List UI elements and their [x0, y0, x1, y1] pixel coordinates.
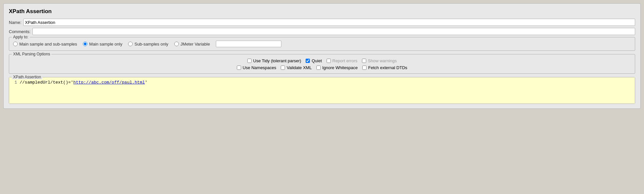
name-label: Name: [9, 20, 21, 25]
comments-input[interactable] [32, 28, 635, 35]
code-suffix: ' [145, 80, 147, 85]
checkbox-quiet-label: Quiet [312, 58, 322, 63]
xpath-assertion-legend: XPath Assertion [12, 75, 42, 79]
checkbox-show-warnings[interactable]: Show warnings [362, 58, 397, 63]
xml-parsing-fieldset: XML Parsing Options Use Tidy (tolerant p… [9, 54, 635, 74]
checkbox-tidy-label: Use Tidy (tolerant parser) [253, 58, 301, 63]
checkbox-tidy-input[interactable] [247, 59, 252, 63]
checkbox-ignore-whitespace[interactable]: Ignore Whitespace [316, 65, 358, 70]
name-row: Name: [9, 19, 635, 26]
checkbox-validate-xml[interactable]: Validate XML [281, 65, 312, 70]
checkbox-fetch-dtds-label: Fetch external DTDs [368, 65, 407, 70]
radio-main-only-input[interactable] [83, 42, 87, 46]
xml-options-row2: Use Namespaces Validate XML Ignore White… [237, 65, 407, 70]
code-editor-area: 1 //sampledUrl/text()='http://abc.com/of… [9, 77, 635, 104]
code-link[interactable]: http://abc.com/off/paul.html [73, 80, 145, 85]
apply-to-legend: Apply to: [12, 35, 30, 39]
code-line: //sampledUrl/text()='http://abc.com/off/… [20, 79, 635, 86]
xml-options-content: Use Tidy (tolerant parser) Quiet Report … [13, 57, 631, 70]
xml-parsing-legend: XML Parsing Options [12, 52, 51, 56]
checkbox-validate-xml-label: Validate XML [287, 65, 312, 70]
checkbox-quiet[interactable]: Quiet [306, 58, 322, 63]
radio-main-only-label: Main sample only [89, 42, 122, 47]
jmeter-var-text-input[interactable] [216, 41, 281, 47]
checkbox-show-warnings-label: Show warnings [368, 58, 397, 63]
line-number: 1 [9, 79, 20, 86]
radio-jmeter-var-label: JMeter Variable [180, 42, 210, 47]
apply-to-radio-group: Main sample and sub-samples Main sample … [13, 40, 631, 47]
radio-main-sub[interactable]: Main sample and sub-samples [13, 42, 77, 47]
xpath-assertion-fieldset: XPath Assertion 1 //sampledUrl/text()='h… [9, 77, 635, 104]
apply-to-fieldset: Apply to: Main sample and sub-samples Ma… [9, 37, 635, 51]
code-prefix: //sampledUrl/text()=' [20, 80, 73, 85]
name-input[interactable] [23, 19, 635, 26]
radio-sub-only[interactable]: Sub-samples only [128, 42, 168, 47]
checkbox-tidy[interactable]: Use Tidy (tolerant parser) [247, 58, 301, 63]
checkbox-fetch-dtds[interactable]: Fetch external DTDs [362, 65, 407, 70]
checkbox-namespaces-input[interactable] [237, 66, 241, 70]
radio-jmeter-var-input[interactable] [174, 42, 179, 46]
checkbox-fetch-dtds-input[interactable] [362, 66, 367, 70]
checkbox-namespaces[interactable]: Use Namespaces [237, 65, 276, 70]
checkbox-show-warnings-input[interactable] [362, 59, 366, 63]
radio-main-only[interactable]: Main sample only [83, 42, 122, 47]
radio-jmeter-var[interactable]: JMeter Variable [174, 42, 210, 47]
checkbox-report-errors-label: Report errors [332, 58, 358, 63]
comments-row: Comments: [9, 28, 635, 35]
xml-options-row1: Use Tidy (tolerant parser) Quiet Report … [247, 58, 397, 63]
radio-main-sub-input[interactable] [13, 42, 18, 46]
comments-label: Comments: [9, 29, 30, 34]
page-title: XPath Assertion [9, 8, 635, 15]
radio-sub-only-label: Sub-samples only [134, 42, 168, 47]
xpath-assertion-panel: XPath Assertion Name: Comments: Apply to… [3, 3, 641, 109]
checkbox-namespaces-label: Use Namespaces [243, 65, 276, 70]
checkbox-ignore-whitespace-label: Ignore Whitespace [322, 65, 358, 70]
checkbox-report-errors-input[interactable] [327, 59, 331, 63]
radio-sub-only-input[interactable] [128, 42, 133, 46]
checkbox-quiet-input[interactable] [306, 59, 310, 63]
checkbox-validate-xml-input[interactable] [281, 66, 285, 70]
checkbox-ignore-whitespace-input[interactable] [316, 66, 321, 70]
radio-main-sub-label: Main sample and sub-samples [19, 42, 77, 47]
checkbox-report-errors[interactable]: Report errors [327, 58, 358, 63]
